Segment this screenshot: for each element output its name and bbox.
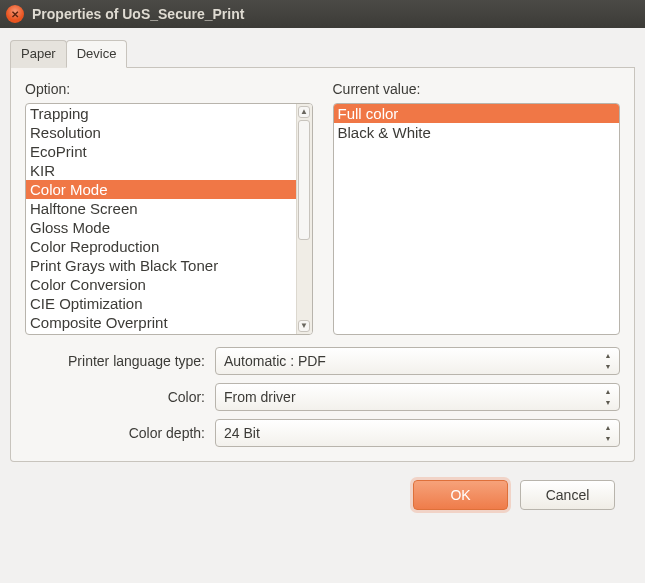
spinner-icon[interactable]: ▲ ▼ bbox=[601, 423, 615, 443]
list-item[interactable]: Color Conversion bbox=[26, 275, 296, 294]
list-item[interactable]: Composite Overprint bbox=[26, 313, 296, 332]
scroll-track[interactable] bbox=[298, 120, 310, 318]
option-column: Option: TrappingResolutionEcoPrintKIRCol… bbox=[25, 81, 313, 335]
list-item[interactable]: KIR bbox=[26, 161, 296, 180]
chevron-down-icon: ▼ bbox=[601, 434, 615, 443]
chevron-up-icon: ▲ bbox=[601, 351, 615, 360]
list-item[interactable]: Color Reproduction bbox=[26, 237, 296, 256]
list-item[interactable]: Trapping bbox=[26, 104, 296, 123]
option-scrollbar[interactable]: ▲ ▼ bbox=[296, 104, 312, 334]
cancel-button[interactable]: Cancel bbox=[520, 480, 615, 510]
spinner-icon[interactable]: ▲ ▼ bbox=[601, 351, 615, 371]
scroll-up-icon[interactable]: ▲ bbox=[298, 106, 310, 118]
list-item[interactable]: Black & White bbox=[334, 123, 620, 142]
combo-color-depth[interactable]: 24 Bit ▲ ▼ bbox=[215, 419, 620, 447]
label-color-depth: Color depth: bbox=[25, 425, 205, 441]
combo-printer-language-value: Automatic : PDF bbox=[224, 353, 601, 369]
tab-paper[interactable]: Paper bbox=[10, 40, 67, 68]
row-color: Color: From driver ▲ ▼ bbox=[25, 383, 620, 411]
window-body: Paper Device Option: TrappingResolutionE… bbox=[0, 28, 645, 520]
row-printer-language: Printer language type: Automatic : PDF ▲… bbox=[25, 347, 620, 375]
window-title: Properties of UoS_Secure_Print bbox=[32, 6, 244, 22]
label-color: Color: bbox=[25, 389, 205, 405]
chevron-down-icon: ▼ bbox=[601, 362, 615, 371]
combo-color-depth-value: 24 Bit bbox=[224, 425, 601, 441]
chevron-down-icon: ▼ bbox=[601, 398, 615, 407]
list-item[interactable]: Full color bbox=[334, 104, 620, 123]
option-listbox[interactable]: TrappingResolutionEcoPrintKIRColor ModeH… bbox=[25, 103, 313, 335]
row-color-depth: Color depth: 24 Bit ▲ ▼ bbox=[25, 419, 620, 447]
current-value-listbox[interactable]: Full colorBlack & White bbox=[333, 103, 621, 335]
list-item[interactable]: Color Mode bbox=[26, 180, 296, 199]
combo-color-value: From driver bbox=[224, 389, 601, 405]
current-value-list-inner: Full colorBlack & White bbox=[334, 104, 620, 334]
scroll-thumb[interactable] bbox=[298, 120, 310, 240]
chevron-up-icon: ▲ bbox=[601, 387, 615, 396]
list-item[interactable]: CIE Optimization bbox=[26, 294, 296, 313]
list-item[interactable]: Resolution bbox=[26, 123, 296, 142]
close-icon: ✕ bbox=[11, 9, 19, 20]
chevron-up-icon: ▲ bbox=[601, 423, 615, 432]
option-list-inner: TrappingResolutionEcoPrintKIRColor ModeH… bbox=[26, 104, 296, 334]
list-item[interactable]: EcoPrint bbox=[26, 142, 296, 161]
close-button[interactable]: ✕ bbox=[6, 5, 24, 23]
current-value-column: Current value: Full colorBlack & White bbox=[333, 81, 621, 335]
combo-color[interactable]: From driver ▲ ▼ bbox=[215, 383, 620, 411]
scroll-down-icon[interactable]: ▼ bbox=[298, 320, 310, 332]
form-rows: Printer language type: Automatic : PDF ▲… bbox=[25, 347, 620, 447]
list-item[interactable]: Gloss Mode bbox=[26, 218, 296, 237]
tab-bar: Paper Device bbox=[10, 39, 635, 68]
ok-button[interactable]: OK bbox=[413, 480, 508, 510]
list-item[interactable]: Print Grays with Black Toner bbox=[26, 256, 296, 275]
option-label: Option: bbox=[25, 81, 313, 97]
list-item[interactable]: Halftone Screen bbox=[26, 199, 296, 218]
dialog-buttons: OK Cancel bbox=[10, 462, 635, 510]
current-value-label: Current value: bbox=[333, 81, 621, 97]
lists-row: Option: TrappingResolutionEcoPrintKIRCol… bbox=[25, 81, 620, 335]
label-printer-language: Printer language type: bbox=[25, 353, 205, 369]
tab-content-device: Option: TrappingResolutionEcoPrintKIRCol… bbox=[10, 67, 635, 462]
tab-device[interactable]: Device bbox=[66, 40, 128, 68]
title-bar: ✕ Properties of UoS_Secure_Print bbox=[0, 0, 645, 28]
combo-printer-language[interactable]: Automatic : PDF ▲ ▼ bbox=[215, 347, 620, 375]
spinner-icon[interactable]: ▲ ▼ bbox=[601, 387, 615, 407]
